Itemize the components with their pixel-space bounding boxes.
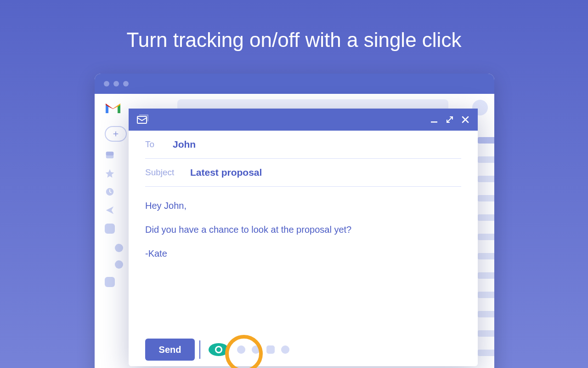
footer-action-2[interactable]: [252, 345, 260, 354]
sidebar-category-icon[interactable]: [105, 277, 115, 287]
send-button[interactable]: Send: [145, 339, 195, 361]
send-label: Send: [159, 345, 181, 355]
subject-label: Subject: [145, 167, 179, 178]
sidebar-label-1[interactable]: [115, 244, 123, 252]
compose-header: [129, 109, 478, 131]
message-body[interactable]: Hey John, Did you have a chance to look …: [145, 187, 461, 260]
to-value: John: [173, 139, 196, 150]
list-row: [478, 311, 494, 317]
list-row: [478, 176, 494, 182]
marketing-headline: Turn tracking on/off with a single click: [0, 0, 588, 52]
message-signature: -Kate: [145, 247, 461, 260]
minimize-icon[interactable]: [430, 115, 438, 124]
svg-rect-1: [106, 152, 114, 155]
tracking-toggle[interactable]: [207, 341, 231, 358]
subject-row[interactable]: Subject Latest proposal: [145, 159, 461, 187]
starred-icon[interactable]: [105, 168, 115, 178]
list-row: [478, 350, 494, 356]
gmail-logo: [104, 100, 122, 115]
footer-action-1[interactable]: [237, 345, 245, 354]
gmail-sidebar: [105, 126, 130, 287]
to-row[interactable]: To John: [145, 131, 461, 159]
message-list-placeholder: [478, 133, 494, 356]
list-row: [478, 292, 494, 298]
drafts-icon[interactable]: [105, 224, 115, 234]
inbox-icon[interactable]: [105, 150, 115, 160]
sent-icon[interactable]: [105, 205, 115, 215]
send-more-divider[interactable]: [199, 340, 200, 359]
mail-icon: [137, 115, 149, 125]
traffic-light-close[interactable]: [104, 81, 109, 86]
svg-rect-4: [431, 121, 437, 123]
list-row: [478, 137, 494, 144]
close-icon[interactable]: [461, 115, 469, 124]
list-row: [478, 253, 494, 259]
sidebar-label-2[interactable]: [115, 260, 123, 269]
subject-value: Latest proposal: [190, 167, 262, 178]
compose-footer: Send: [145, 339, 289, 361]
message-line: Did you have a chance to look at the pro…: [145, 223, 461, 236]
list-row: [478, 272, 494, 279]
eye-icon: [209, 343, 229, 356]
message-line: Hey John,: [145, 199, 461, 213]
compose-body: To John Subject Latest proposal Hey John…: [129, 131, 478, 260]
list-row: [478, 195, 494, 201]
to-label: To: [145, 139, 162, 150]
footer-action-4[interactable]: [281, 345, 289, 354]
expand-icon[interactable]: [446, 115, 454, 124]
list-row: [478, 330, 494, 337]
compose-window: To John Subject Latest proposal Hey John…: [129, 109, 478, 366]
list-row: [478, 156, 494, 163]
footer-action-3[interactable]: [266, 345, 275, 354]
traffic-light-minimize[interactable]: [113, 81, 119, 86]
compose-button[interactable]: [105, 126, 127, 142]
snoozed-icon[interactable]: [105, 187, 115, 197]
list-row: [478, 234, 494, 240]
svg-rect-3: [137, 116, 147, 123]
list-row: [478, 214, 494, 221]
window-titlebar: [95, 74, 494, 94]
traffic-light-maximize[interactable]: [123, 81, 129, 86]
browser-window: To John Subject Latest proposal Hey John…: [95, 74, 494, 368]
